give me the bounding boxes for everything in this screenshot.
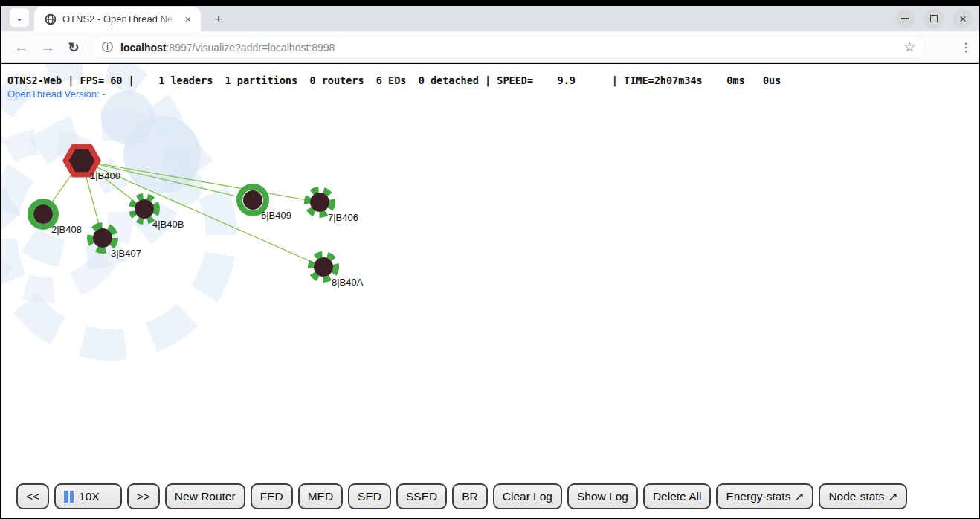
button-sed[interactable]: SED bbox=[348, 483, 391, 509]
node-7[interactable]: 7|B406 bbox=[307, 190, 358, 223]
tab-close-icon[interactable]: × bbox=[181, 13, 195, 26]
external-link-icon: ↗ bbox=[888, 490, 897, 503]
radio-range-blob bbox=[101, 91, 155, 144]
close-button[interactable]: × bbox=[953, 9, 973, 28]
button-med[interactable]: MED bbox=[298, 483, 343, 509]
button-clear-log[interactable]: Clear Log bbox=[493, 483, 562, 509]
tab-otns2[interactable]: OTNS2 - OpenThread Ne × bbox=[34, 7, 201, 31]
button-label: BR bbox=[462, 490, 478, 503]
button-delete-all[interactable]: Delete All bbox=[643, 483, 711, 509]
openthread-version-text: OpenThread Version: - bbox=[7, 88, 106, 100]
node-label: 3|B407 bbox=[111, 248, 141, 259]
external-link-icon: ↗ bbox=[794, 490, 804, 503]
node-label: 6|B409 bbox=[261, 210, 291, 221]
button-br[interactable]: BR bbox=[452, 483, 488, 509]
node-label: 4|B40B bbox=[152, 219, 184, 230]
sim-toolbar: <<10X>>New RouterFEDMEDSEDSSEDBRClear Lo… bbox=[16, 483, 907, 509]
node-label: 7|B406 bbox=[328, 212, 358, 223]
node-label: 1|B400 bbox=[90, 170, 120, 181]
button-label: 10X bbox=[79, 490, 100, 503]
button-label: Delete All bbox=[653, 490, 701, 503]
button-show-log[interactable]: Show Log bbox=[567, 483, 638, 509]
node-label: 8|B40A bbox=[332, 277, 364, 288]
bookmark-star-icon[interactable]: ☆ bbox=[904, 39, 915, 55]
globe-favicon-icon bbox=[45, 13, 57, 25]
reload-button[interactable]: ↻ bbox=[62, 31, 85, 63]
back-icon: ← bbox=[14, 39, 29, 56]
maximize-button[interactable] bbox=[924, 9, 944, 28]
profile-avatar[interactable]: E bbox=[934, 36, 955, 57]
node-core bbox=[93, 228, 112, 248]
reload-icon: ↻ bbox=[68, 39, 79, 56]
browser-menu-button[interactable]: ⋮ bbox=[958, 36, 974, 57]
forward-icon: → bbox=[40, 39, 55, 56]
node-label: 2|B408 bbox=[51, 224, 82, 235]
button-energy-stats[interactable]: Energy-stats↗ bbox=[716, 483, 813, 509]
node-6[interactable]: 6|B409 bbox=[239, 187, 291, 221]
new-tab-button[interactable]: + bbox=[208, 9, 229, 29]
button-label: Show Log bbox=[577, 490, 628, 503]
plus-icon: + bbox=[214, 11, 222, 28]
close-icon: × bbox=[959, 13, 967, 25]
tab-title: OTNS2 - OpenThread Ne bbox=[62, 13, 181, 25]
node-core bbox=[135, 199, 154, 219]
button-label: Node-stats bbox=[828, 490, 884, 503]
window-controls: × bbox=[895, 6, 973, 31]
button-label: Energy-stats bbox=[726, 490, 790, 503]
node-core bbox=[33, 204, 53, 224]
button-rewind[interactable]: << bbox=[16, 483, 49, 509]
address-bar[interactable]: ⓘ localhost:8997/visualize?addr=localhos… bbox=[91, 36, 926, 59]
button-label: FED bbox=[260, 490, 283, 503]
node-core bbox=[310, 193, 329, 212]
node-8[interactable]: 8|B40A bbox=[311, 254, 364, 288]
minimize-button[interactable] bbox=[895, 9, 915, 28]
tab-search-button[interactable]: ⌄ bbox=[9, 7, 30, 28]
button-label: << bbox=[26, 490, 39, 503]
button-label: Clear Log bbox=[503, 490, 552, 503]
button-label: SSED bbox=[406, 490, 437, 503]
button-fed[interactable]: FED bbox=[251, 483, 293, 509]
button-ssed[interactable]: SSED bbox=[396, 483, 447, 509]
maximize-icon bbox=[930, 15, 938, 22]
button-node-stats[interactable]: Node-stats↗ bbox=[819, 483, 907, 509]
otns-page: 1|B4002|B4083|B4074|B40B6|B4097|B4068|B4… bbox=[1, 64, 979, 518]
chevron-down-icon: ⌄ bbox=[16, 13, 23, 23]
minimize-icon bbox=[901, 18, 909, 19]
button-speed[interactable]: 10X bbox=[54, 483, 122, 509]
address-toolbar: ← → ↻ ⓘ localhost:8997/visualize?addr=lo… bbox=[1, 31, 979, 63]
network-canvas[interactable]: 1|B4002|B4083|B4074|B40B6|B4097|B4068|B4… bbox=[1, 64, 979, 518]
url-text: localhost:8997/visualize?addr=localhost:… bbox=[120, 42, 898, 54]
button-label: New Router bbox=[175, 490, 236, 503]
button-forward[interactable]: >> bbox=[127, 483, 160, 509]
button-new-router[interactable]: New Router bbox=[165, 483, 245, 509]
tab-strip: ⌄ OTNS2 - OpenThread Ne × + × bbox=[1, 6, 979, 31]
status-bar: OTNS2-Web | FPS= 60 | 1 leaders 1 partit… bbox=[7, 74, 781, 86]
url-host: localhost bbox=[120, 42, 166, 54]
node-core bbox=[314, 257, 333, 277]
pause-icon bbox=[64, 491, 74, 503]
button-label: >> bbox=[137, 490, 150, 503]
back-button[interactable]: ← bbox=[10, 31, 33, 63]
button-label: MED bbox=[308, 490, 333, 503]
url-path: :8997/visualize?addr=localhost:8998 bbox=[166, 42, 335, 54]
button-label: SED bbox=[358, 490, 381, 503]
forward-button[interactable]: → bbox=[36, 31, 59, 63]
kebab-menu-icon: ⋮ bbox=[960, 40, 972, 54]
site-info-icon[interactable]: ⓘ bbox=[102, 40, 113, 54]
node-core bbox=[243, 190, 262, 210]
browser-window: ⌄ OTNS2 - OpenThread Ne × + × ← → ↻ ⓘ lo… bbox=[0, 0, 980, 519]
